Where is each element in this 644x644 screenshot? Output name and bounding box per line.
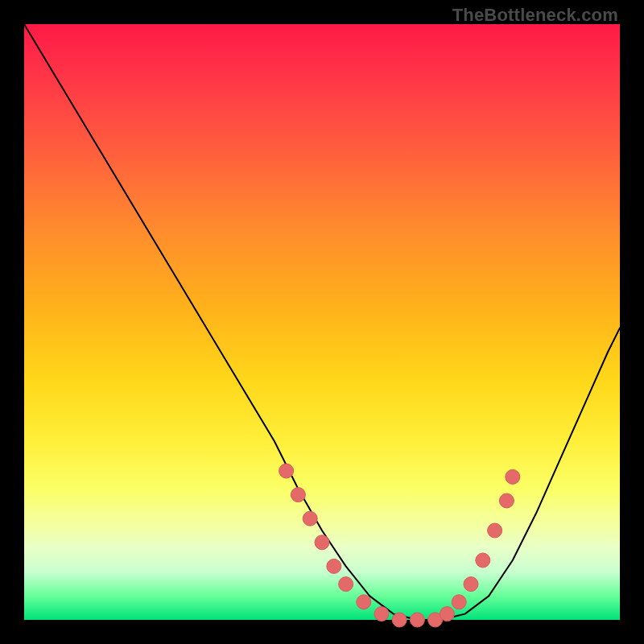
marker-dot xyxy=(339,577,353,592)
marker-dot xyxy=(279,464,294,478)
marker-layer xyxy=(279,464,520,627)
marker-dot xyxy=(464,577,478,592)
marker-dot xyxy=(488,523,502,538)
watermark-text: TheBottleneck.com xyxy=(452,5,618,26)
marker-dot xyxy=(374,607,389,621)
marker-dot xyxy=(357,595,371,609)
marker-dot xyxy=(506,469,520,484)
marker-dot xyxy=(303,511,317,526)
chart-svg xyxy=(24,24,620,620)
marker-dot xyxy=(291,488,305,502)
marker-dot xyxy=(410,613,424,627)
marker-dot xyxy=(476,553,490,568)
marker-dot xyxy=(499,493,514,508)
marker-dot xyxy=(452,595,466,609)
bottleneck-curve xyxy=(24,24,620,620)
marker-dot xyxy=(327,559,341,573)
plot-area xyxy=(24,24,620,620)
marker-dot xyxy=(315,535,329,550)
marker-dot xyxy=(440,607,454,621)
chart-frame: TheBottleneck.com xyxy=(0,0,644,644)
marker-dot xyxy=(392,613,407,627)
